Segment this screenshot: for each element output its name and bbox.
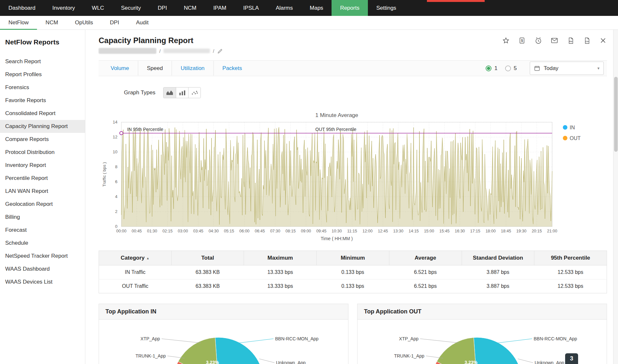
svg-text:02:15: 02:15 [163,229,173,233]
column-header-standard-deviation[interactable]: Standard Deviation [462,251,534,265]
svg-text:01:30: 01:30 [147,229,157,233]
sidebar-item-waas-dashboard[interactable]: WAAS Dashboard [0,263,85,276]
svg-text:0: 0 [115,224,117,229]
tab-packets[interactable]: Packets [213,61,251,76]
subnav-item-ncm[interactable]: NCM [37,16,67,29]
favorite-star-icon[interactable] [502,37,510,44]
graph-type-scatter-button[interactable] [188,88,200,98]
sidebar-item-protocol-distribution[interactable]: Protocol Distribution [0,146,85,159]
nav-item-settings[interactable]: Settings [368,0,405,16]
svg-text:18:45: 18:45 [501,229,511,233]
nav-item-dpi[interactable]: DPI [149,0,175,16]
report-toolbar: Volume Speed Utilization Packets 1 5 Tod… [99,60,607,76]
export-csv-icon[interactable]: CSV [583,37,591,44]
svg-text:12:00: 12:00 [362,229,372,233]
interval-radio-5[interactable] [505,65,511,71]
sidebar-item-favorite-reports[interactable]: Favorite Reports [0,94,85,107]
sidebar-item-forensics[interactable]: Forensics [0,81,85,94]
svg-text:20:15: 20:15 [532,229,542,233]
sidebar-item-netspeed-tracker-report[interactable]: NetSpeed Tracker Report [0,250,85,263]
svg-text:1 Minute Average: 1 Minute Average [315,112,358,118]
svg-text:05:15: 05:15 [224,229,234,233]
svg-text:TRUNK-1_App: TRUNK-1_App [136,353,166,358]
sidebar-item-percentile-report[interactable]: Percentile Report [0,172,85,185]
scatter-chart-icon [191,90,198,95]
close-icon[interactable] [599,37,607,44]
svg-text:6: 6 [115,179,117,184]
subnav-item-oputils[interactable]: OpUtils [67,16,102,29]
export-pdf-icon[interactable]: PDF [567,37,575,44]
tab-speed[interactable]: Speed [138,61,172,76]
svg-text:09:45: 09:45 [316,229,326,233]
subnav-item-dpi[interactable]: DPI [102,16,127,29]
vertical-scrollbar[interactable] [613,30,618,364]
sidebar: NetFlow Reports Search Report Report Pro… [0,30,85,364]
svg-text:12:45: 12:45 [378,229,388,233]
tab-volume[interactable]: Volume [102,61,138,76]
subnav-item-audit[interactable]: Audit [127,16,157,29]
sidebar-item-search-report[interactable]: Search Report [0,55,85,68]
chat-widget-badge[interactable]: 3 [565,353,578,364]
svg-text:14:15: 14:15 [409,229,419,233]
svg-text:03:00: 03:00 [178,229,188,233]
column-header-total[interactable]: Total [171,251,244,265]
column-header-maximum[interactable]: Maximum [244,251,317,265]
sidebar-item-geolocation-report[interactable]: Geolocation Report [0,198,85,211]
scrollbar-thumb[interactable] [614,77,618,152]
svg-text:Unknown_App: Unknown_App [535,360,564,364]
subnav-item-netflow[interactable]: NetFlow [0,16,37,29]
sidebar-item-consolidated-report[interactable]: Consolidated Report [0,107,85,120]
sort-ascending-icon: ▲ [146,256,150,260]
nav-item-security[interactable]: Security [113,0,149,16]
svg-text:21:00: 21:00 [547,229,557,233]
nav-item-ncm[interactable]: NCM [176,0,205,16]
nav-item-maps[interactable]: Maps [301,0,332,16]
nav-item-ipsla[interactable]: IPSLA [235,0,267,16]
column-header-category[interactable]: Category▲ [99,251,172,265]
redacted-device-name [99,48,156,54]
nav-item-wlc[interactable]: WLC [83,0,113,16]
sidebar-item-capacity-planning-report[interactable]: Capacity Planning Report [0,120,85,133]
nav-item-ipam[interactable]: IPAM [205,0,235,16]
sidebar-item-forecast[interactable]: Forecast [0,224,85,237]
svg-text:12: 12 [113,135,117,139]
sidebar-item-lan-wan-report[interactable]: LAN WAN Report [0,185,85,198]
svg-text:OUT 95th Percentile: OUT 95th Percentile [315,127,357,132]
svg-text:00:45: 00:45 [132,229,142,233]
top-application-in-pie: XTP_AppTRUNK-1_AppBBN-RCC-MON_AppUnknown… [99,320,348,364]
svg-text:3.23%: 3.23% [465,360,478,364]
notification-strip [427,0,485,2]
sidebar-item-billing[interactable]: Billing [0,211,85,224]
svg-text:18:00: 18:00 [486,229,496,233]
edit-pencil-icon[interactable] [217,48,223,54]
sidebar-item-waas-devices-list[interactable]: WAAS Devices List [0,276,85,288]
column-header-average[interactable]: Average [389,251,462,265]
sidebar-item-compare-reports[interactable]: Compare Reports [0,133,85,146]
column-header-95th-percentile[interactable]: 95th Percentile [534,251,607,265]
graph-type-area-button[interactable] [164,88,176,98]
svg-text:11:15: 11:15 [347,229,357,233]
redacted-interface-name [164,49,210,53]
sidebar-item-inventory-report[interactable]: Inventory Report [0,159,85,172]
graph-type-bar-button[interactable] [176,88,188,98]
svg-text:08:15: 08:15 [285,229,296,233]
billing-icon[interactable]: $ [518,37,526,44]
table-row-in-traffic: IN Traffic 63.383 KB 13.333 bps 0.133 bp… [99,265,607,279]
nav-item-reports[interactable]: Reports [332,0,368,16]
report-actions: $ PDF CSV [502,37,607,44]
nav-item-dashboard[interactable]: Dashboard [0,0,44,16]
svg-text:3.23%: 3.23% [206,360,219,364]
svg-text:TRUNK-1_App: TRUNK-1_App [394,353,425,358]
svg-text:04:30: 04:30 [209,229,219,233]
date-range-picker[interactable]: Today ▾ [530,62,604,75]
nav-item-inventory[interactable]: Inventory [44,0,83,16]
schedule-clock-icon[interactable] [534,37,542,44]
interval-radio-1[interactable] [486,65,491,71]
email-icon[interactable] [551,37,558,44]
column-header-minimum[interactable]: Minimum [317,251,389,265]
sidebar-item-schedule[interactable]: Schedule [0,237,85,250]
tab-utilization[interactable]: Utilization [172,61,213,76]
sidebar-item-report-profiles[interactable]: Report Profiles [0,68,85,81]
svg-text:17:15: 17:15 [470,229,480,233]
nav-item-alarms[interactable]: Alarms [267,0,301,16]
